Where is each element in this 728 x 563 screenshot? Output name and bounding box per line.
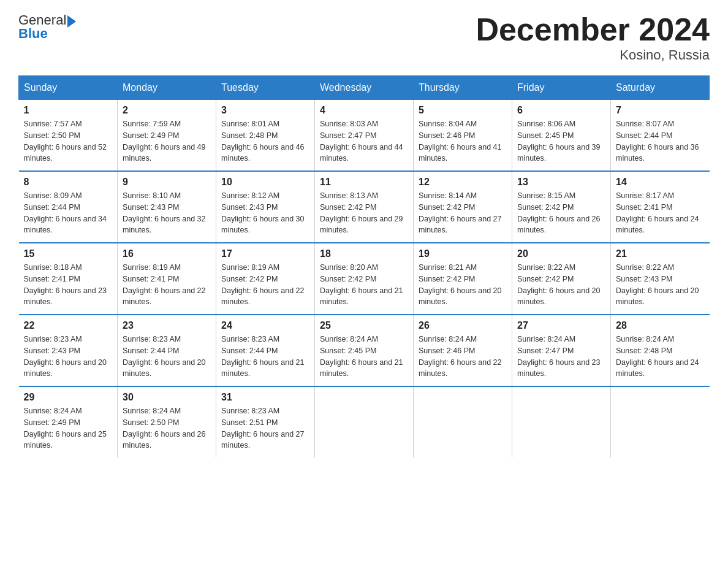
calendar-day-cell: 7 Sunrise: 8:07 AMSunset: 2:44 PMDayligh…	[611, 100, 710, 172]
calendar-week-row: 1 Sunrise: 7:57 AMSunset: 2:50 PMDayligh…	[19, 100, 710, 172]
day-number: 27	[517, 320, 605, 331]
day-info: Sunrise: 7:59 AMSunset: 2:49 PMDaylight:…	[123, 118, 211, 164]
day-info: Sunrise: 8:07 AMSunset: 2:44 PMDaylight:…	[616, 118, 705, 164]
page-header: General Blue December 2024 Kosino, Russi…	[18, 12, 710, 63]
day-info: Sunrise: 8:01 AMSunset: 2:48 PMDaylight:…	[221, 118, 309, 164]
day-number: 21	[616, 248, 705, 259]
day-number: 19	[419, 248, 507, 259]
calendar-day-cell: 30 Sunrise: 8:24 AMSunset: 2:50 PMDaylig…	[118, 386, 216, 458]
day-info: Sunrise: 8:22 AMSunset: 2:42 PMDaylight:…	[517, 262, 605, 308]
day-number: 5	[419, 105, 507, 116]
col-sunday: Sunday	[19, 76, 118, 100]
calendar-day-cell: 24 Sunrise: 8:23 AMSunset: 2:44 PMDaylig…	[216, 315, 315, 386]
day-number: 30	[123, 392, 211, 403]
day-info: Sunrise: 8:09 AMSunset: 2:44 PMDaylight:…	[24, 190, 113, 236]
calendar-week-row: 15 Sunrise: 8:18 AMSunset: 2:41 PMDaylig…	[19, 243, 710, 315]
day-info: Sunrise: 8:19 AMSunset: 2:42 PMDaylight:…	[221, 262, 309, 308]
day-number: 12	[419, 177, 507, 188]
day-info: Sunrise: 8:18 AMSunset: 2:41 PMDaylight:…	[24, 262, 113, 308]
day-info: Sunrise: 8:24 AMSunset: 2:47 PMDaylight:…	[517, 334, 605, 380]
day-info: Sunrise: 8:22 AMSunset: 2:43 PMDaylight:…	[616, 262, 705, 308]
day-number: 24	[221, 320, 309, 331]
col-tuesday: Tuesday	[216, 76, 315, 100]
logo: General Blue	[18, 12, 76, 42]
calendar-day-cell: 25 Sunrise: 8:24 AMSunset: 2:45 PMDaylig…	[315, 315, 414, 386]
col-thursday: Thursday	[414, 76, 512, 100]
calendar-day-cell: 27 Sunrise: 8:24 AMSunset: 2:47 PMDaylig…	[512, 315, 611, 386]
calendar-day-cell: 31 Sunrise: 8:23 AMSunset: 2:51 PMDaylig…	[216, 386, 315, 458]
calendar-day-cell: 17 Sunrise: 8:19 AMSunset: 2:42 PMDaylig…	[216, 243, 315, 315]
day-number: 6	[517, 105, 605, 116]
calendar-day-cell: 8 Sunrise: 8:09 AMSunset: 2:44 PMDayligh…	[19, 171, 118, 243]
calendar-day-cell: 19 Sunrise: 8:21 AMSunset: 2:42 PMDaylig…	[414, 243, 512, 315]
calendar-day-cell: 23 Sunrise: 8:23 AMSunset: 2:44 PMDaylig…	[118, 315, 216, 386]
calendar-day-cell: 26 Sunrise: 8:24 AMSunset: 2:46 PMDaylig…	[414, 315, 512, 386]
day-info: Sunrise: 8:04 AMSunset: 2:46 PMDaylight:…	[419, 118, 507, 164]
day-info: Sunrise: 8:24 AMSunset: 2:46 PMDaylight:…	[419, 334, 507, 380]
calendar-week-row: 29 Sunrise: 8:24 AMSunset: 2:49 PMDaylig…	[19, 386, 710, 458]
calendar-day-cell: 16 Sunrise: 8:19 AMSunset: 2:41 PMDaylig…	[118, 243, 216, 315]
day-number: 8	[24, 177, 113, 188]
day-number: 16	[123, 248, 211, 259]
day-number: 7	[616, 105, 705, 116]
calendar-day-cell	[611, 386, 710, 458]
day-number: 11	[320, 177, 408, 188]
day-info: Sunrise: 8:12 AMSunset: 2:43 PMDaylight:…	[221, 190, 309, 236]
calendar-day-cell: 13 Sunrise: 8:15 AMSunset: 2:42 PMDaylig…	[512, 171, 611, 243]
day-info: Sunrise: 8:14 AMSunset: 2:42 PMDaylight:…	[419, 190, 507, 236]
calendar-day-cell: 28 Sunrise: 8:24 AMSunset: 2:48 PMDaylig…	[611, 315, 710, 386]
day-info: Sunrise: 7:57 AMSunset: 2:50 PMDaylight:…	[24, 118, 113, 164]
calendar-day-cell: 4 Sunrise: 8:03 AMSunset: 2:47 PMDayligh…	[315, 100, 414, 172]
day-number: 22	[24, 320, 113, 331]
day-number: 25	[320, 320, 408, 331]
calendar-week-row: 22 Sunrise: 8:23 AMSunset: 2:43 PMDaylig…	[19, 315, 710, 386]
day-info: Sunrise: 8:19 AMSunset: 2:41 PMDaylight:…	[123, 262, 211, 308]
col-monday: Monday	[118, 76, 216, 100]
day-info: Sunrise: 8:23 AMSunset: 2:44 PMDaylight:…	[221, 334, 309, 380]
logo-arrow-icon	[67, 15, 76, 28]
day-number: 4	[320, 105, 408, 116]
day-info: Sunrise: 8:24 AMSunset: 2:45 PMDaylight:…	[320, 334, 408, 380]
calendar-header-row: Sunday Monday Tuesday Wednesday Thursday…	[19, 76, 710, 100]
day-info: Sunrise: 8:21 AMSunset: 2:42 PMDaylight:…	[419, 262, 507, 308]
day-info: Sunrise: 8:03 AMSunset: 2:47 PMDaylight:…	[320, 118, 408, 164]
day-number: 3	[221, 105, 309, 116]
title-block: December 2024 Kosino, Russia	[476, 12, 710, 63]
day-info: Sunrise: 8:23 AMSunset: 2:51 PMDaylight:…	[221, 405, 309, 451]
calendar-day-cell: 21 Sunrise: 8:22 AMSunset: 2:43 PMDaylig…	[611, 243, 710, 315]
month-title: December 2024	[476, 12, 710, 47]
day-info: Sunrise: 8:10 AMSunset: 2:43 PMDaylight:…	[123, 190, 211, 236]
day-number: 1	[24, 105, 113, 116]
day-number: 2	[123, 105, 211, 116]
day-number: 26	[419, 320, 507, 331]
calendar-day-cell: 11 Sunrise: 8:13 AMSunset: 2:42 PMDaylig…	[315, 171, 414, 243]
day-info: Sunrise: 8:15 AMSunset: 2:42 PMDaylight:…	[517, 190, 605, 236]
day-number: 20	[517, 248, 605, 259]
day-info: Sunrise: 8:24 AMSunset: 2:49 PMDaylight:…	[24, 405, 113, 451]
day-info: Sunrise: 8:13 AMSunset: 2:42 PMDaylight:…	[320, 190, 408, 236]
calendar-day-cell: 22 Sunrise: 8:23 AMSunset: 2:43 PMDaylig…	[19, 315, 118, 386]
calendar-day-cell: 29 Sunrise: 8:24 AMSunset: 2:49 PMDaylig…	[19, 386, 118, 458]
day-number: 28	[616, 320, 705, 331]
col-saturday: Saturday	[611, 76, 710, 100]
day-info: Sunrise: 8:24 AMSunset: 2:50 PMDaylight:…	[123, 405, 211, 451]
calendar-day-cell: 2 Sunrise: 7:59 AMSunset: 2:49 PMDayligh…	[118, 100, 216, 172]
calendar-day-cell: 1 Sunrise: 7:57 AMSunset: 2:50 PMDayligh…	[19, 100, 118, 172]
calendar-body: 1 Sunrise: 7:57 AMSunset: 2:50 PMDayligh…	[19, 100, 710, 458]
calendar-day-cell	[414, 386, 512, 458]
location-text: Kosino, Russia	[476, 47, 710, 63]
calendar-day-cell: 10 Sunrise: 8:12 AMSunset: 2:43 PMDaylig…	[216, 171, 315, 243]
calendar-day-cell: 3 Sunrise: 8:01 AMSunset: 2:48 PMDayligh…	[216, 100, 315, 172]
day-number: 17	[221, 248, 309, 259]
calendar-day-cell: 5 Sunrise: 8:04 AMSunset: 2:46 PMDayligh…	[414, 100, 512, 172]
day-number: 10	[221, 177, 309, 188]
day-number: 31	[221, 392, 309, 403]
day-info: Sunrise: 8:20 AMSunset: 2:42 PMDaylight:…	[320, 262, 408, 308]
day-info: Sunrise: 8:23 AMSunset: 2:44 PMDaylight:…	[123, 334, 211, 380]
calendar-table: Sunday Monday Tuesday Wednesday Thursday…	[18, 75, 710, 458]
calendar-day-cell: 14 Sunrise: 8:17 AMSunset: 2:41 PMDaylig…	[611, 171, 710, 243]
day-info: Sunrise: 8:06 AMSunset: 2:45 PMDaylight:…	[517, 118, 605, 164]
day-number: 15	[24, 248, 113, 259]
day-info: Sunrise: 8:17 AMSunset: 2:41 PMDaylight:…	[616, 190, 705, 236]
calendar-day-cell: 9 Sunrise: 8:10 AMSunset: 2:43 PMDayligh…	[118, 171, 216, 243]
